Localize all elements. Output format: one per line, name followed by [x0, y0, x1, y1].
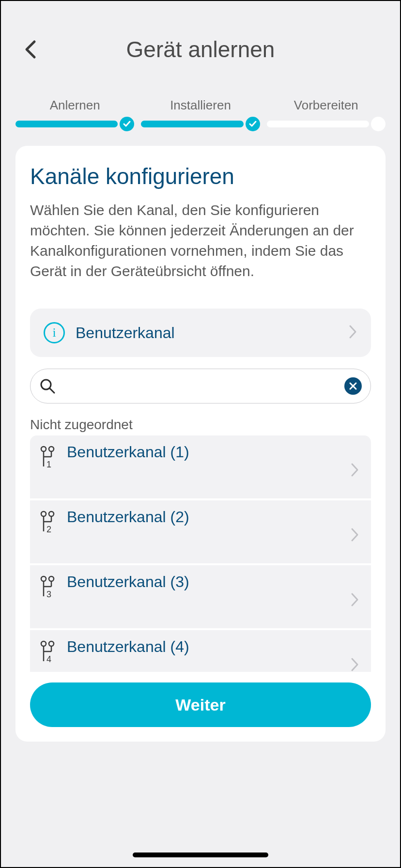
stepper: Anlernen Installieren Vorbereiten: [1, 98, 400, 136]
svg-text:1: 1: [46, 460, 51, 469]
channel-item[interactable]: 3 Benutzerkanal (3): [30, 565, 371, 628]
info-label: Benutzerkanal: [76, 324, 349, 342]
channel-label: Benutzerkanal (2): [67, 508, 351, 526]
info-icon: i: [44, 322, 65, 343]
step-label: Vorbereiten: [294, 98, 358, 113]
section-label: Nicht zugeordnet: [30, 417, 371, 433]
main-card: Kanäle konfigurieren Wählen Sie den Kana…: [15, 146, 386, 742]
channel-item[interactable]: 1 Benutzerkanal (1): [30, 435, 371, 498]
close-icon: [349, 382, 357, 390]
clear-search-button[interactable]: [344, 377, 362, 395]
step-bar: [15, 121, 118, 127]
info-benutzerkanal[interactable]: i Benutzerkanal: [30, 309, 371, 357]
svg-point-10: [41, 512, 46, 516]
channel-icon: 3: [39, 575, 58, 599]
svg-point-16: [41, 576, 46, 581]
svg-point-23: [49, 641, 54, 646]
step-installieren: Installieren: [141, 98, 260, 131]
channel-label: Benutzerkanal (1): [67, 443, 351, 461]
home-indicator: [133, 852, 268, 857]
svg-point-22: [41, 641, 46, 646]
step-anlernen: Anlernen: [15, 98, 134, 131]
channel-label: Benutzerkanal (3): [67, 573, 351, 591]
step-bar: [267, 121, 369, 127]
channel-item[interactable]: 2 Benutzerkanal (2): [30, 500, 371, 563]
search-icon: [39, 378, 56, 394]
channel-label: Benutzerkanal (4): [67, 638, 351, 656]
card-title: Kanäle konfigurieren: [30, 163, 371, 189]
svg-point-17: [49, 576, 54, 581]
channel-icon: 1: [39, 445, 58, 469]
channel-icon: 4: [39, 640, 58, 664]
channel-icon: 2: [39, 510, 58, 534]
search-field[interactable]: [30, 369, 371, 403]
chevron-right-icon: [351, 592, 359, 609]
step-bar: [141, 121, 243, 127]
svg-point-4: [41, 447, 46, 451]
step-label: Installieren: [170, 98, 231, 113]
chevron-right-icon: [351, 657, 359, 672]
page-title: Gerät anlernen: [20, 36, 381, 62]
channel-item[interactable]: 4 Benutzerkanal (4): [30, 630, 371, 672]
continue-button[interactable]: Weiter: [30, 682, 371, 727]
step-vorbereiten: Vorbereiten: [267, 98, 386, 131]
step-dot: [371, 117, 386, 131]
step-label: Anlernen: [50, 98, 100, 113]
chevron-right-icon: [349, 325, 357, 341]
svg-line-1: [50, 388, 54, 393]
chevron-right-icon: [351, 527, 359, 544]
svg-text:4: 4: [46, 654, 51, 664]
search-input[interactable]: [62, 378, 338, 394]
svg-point-5: [49, 447, 54, 451]
svg-text:2: 2: [46, 525, 51, 534]
channel-list: 1 Benutzerkanal (1) 2 Benutzerkanal (2): [30, 435, 371, 672]
svg-text:3: 3: [46, 589, 51, 599]
card-description: Wählen Sie den Kanal, den Sie konfigurie…: [30, 200, 371, 281]
step-check-icon: [120, 117, 134, 131]
chevron-right-icon: [351, 463, 359, 479]
svg-point-11: [49, 512, 54, 516]
step-check-icon: [246, 117, 260, 131]
